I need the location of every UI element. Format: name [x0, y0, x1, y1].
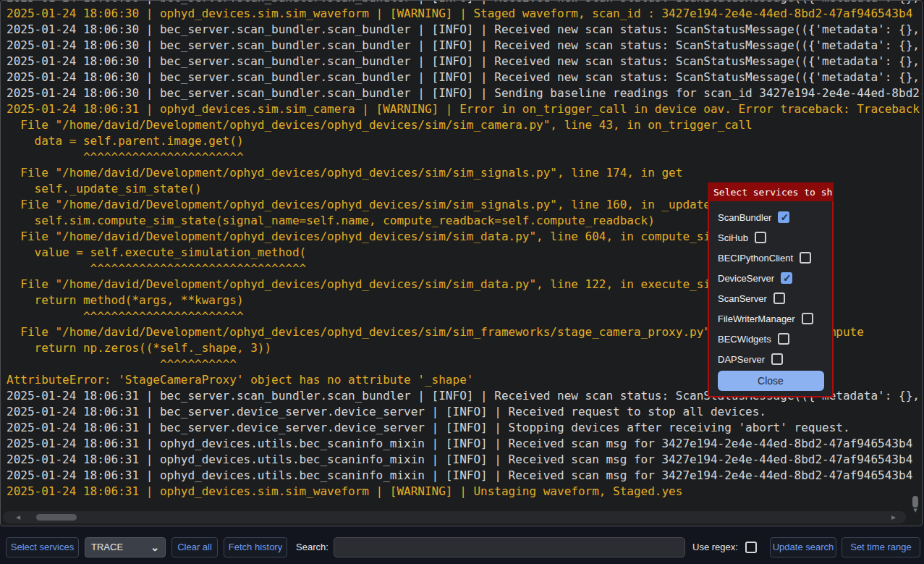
service-row: DeviceServer: [709, 268, 832, 288]
close-button[interactable]: Close: [718, 371, 824, 391]
select-services-button[interactable]: Select services: [6, 537, 79, 557]
use-regex-label: Use regex:: [692, 537, 738, 557]
service-label: FileWriterManager: [718, 313, 795, 324]
log-line: File "/home/david/Development/ophyd_devi…: [7, 165, 923, 181]
service-checkbox[interactable]: [771, 353, 783, 365]
service-row: SciHub: [709, 227, 832, 248]
log-line: 2025-01-24 18:06:30 | bec_server.scan_bu…: [7, 85, 923, 101]
log-line: 2025-01-24 18:06:31 | ophyd_devices.sim.…: [7, 484, 923, 500]
log-line: 2025-01-24 18:06:30 | bec_server.scan_bu…: [7, 22, 923, 38]
scroll-down-icon[interactable]: ▾: [911, 505, 920, 515]
search-label: Search:: [296, 537, 329, 557]
log-line: File "/home/david/Development/ophyd_devi…: [7, 117, 923, 133]
service-label: DAPServer: [718, 354, 765, 365]
service-row: FileWriterManager: [709, 308, 832, 329]
service-checkbox[interactable]: [755, 232, 766, 243]
horizontal-scrollbar[interactable]: ◂ ▸: [3, 511, 906, 523]
log-level-select[interactable]: TRACE ⌄: [85, 537, 166, 557]
service-row: ScanBundler: [709, 207, 832, 227]
log-line: 2025-01-24 18:06:30 | bec_server.scan_bu…: [7, 70, 923, 85]
log-line: data = self.parent.image.get(): [7, 133, 923, 149]
service-label: BECWidgets: [718, 334, 771, 345]
horizontal-scrollbar-thumb[interactable]: [36, 514, 77, 521]
service-checkbox[interactable]: [802, 313, 813, 324]
log-line: 2025-01-24 18:06:30 | bec_server.scan_bu…: [7, 0, 923, 6]
log-line: 2025-01-24 18:06:30 | ophyd_devices.sim.…: [7, 6, 923, 22]
log-line: ^^^^^^^^^^^^^^^^^^^^^^^: [7, 149, 923, 165]
log-line: 2025-01-24 18:06:31 | bec_server.device_…: [7, 420, 923, 436]
select-services-dialog: Select services to sh ScanBundler SciHub…: [708, 182, 834, 397]
fetch-history-button[interactable]: Fetch history: [224, 537, 287, 557]
service-checkbox[interactable]: [800, 252, 811, 264]
scroll-left-icon[interactable]: ◂: [13, 512, 23, 523]
service-row: BECIPythonClient: [709, 248, 832, 268]
log-level-value: TRACE: [91, 538, 123, 557]
log-line: 2025-01-24 18:06:31 | ophyd_devices.util…: [7, 468, 923, 484]
service-row: DAPServer: [709, 349, 832, 369]
service-row: BECWidgets: [709, 329, 832, 349]
service-label: ScanServer: [718, 293, 767, 304]
log-line: 2025-01-24 18:06:30 | bec_server.scan_bu…: [7, 54, 923, 70]
dialog-titlebar[interactable]: Select services to sh: [708, 182, 834, 201]
service-list: ScanBundler SciHub BECIPythonClient Devi…: [709, 201, 832, 369]
clear-all-button[interactable]: Clear all: [171, 537, 218, 557]
log-line: 2025-01-24 18:06:31 | ophyd_devices.sim.…: [7, 101, 923, 117]
service-checkbox[interactable]: [778, 211, 789, 223]
chevron-down-icon: ⌄: [151, 538, 159, 557]
log-line: 2025-01-24 18:06:30 | bec_server.scan_bu…: [7, 38, 923, 54]
service-label: DeviceServer: [718, 273, 774, 284]
service-checkbox[interactable]: [773, 292, 785, 304]
service-checkbox[interactable]: [778, 333, 789, 345]
use-regex-checkbox[interactable]: [745, 542, 757, 553]
toolbar: Select services TRACE ⌄ Clear all Fetch …: [0, 537, 924, 559]
service-checkbox[interactable]: [781, 272, 792, 284]
log-line: 2025-01-24 18:06:31 | bec_server.device_…: [7, 404, 923, 420]
search-input[interactable]: [334, 537, 685, 557]
log-line: 2025-01-24 18:06:31 | ophyd_devices.util…: [7, 452, 923, 468]
set-time-range-button[interactable]: Set time range: [842, 537, 920, 557]
scroll-right-icon[interactable]: ▸: [889, 512, 899, 523]
update-search-button[interactable]: Update search: [770, 537, 836, 557]
service-label: ScanBundler: [718, 212, 771, 223]
log-line: 2025-01-24 18:06:31 | ophyd_devices.util…: [7, 436, 923, 452]
service-label: BECIPythonClient: [718, 253, 793, 264]
service-label: SciHub: [718, 232, 748, 243]
service-row: ScanServer: [709, 288, 832, 308]
